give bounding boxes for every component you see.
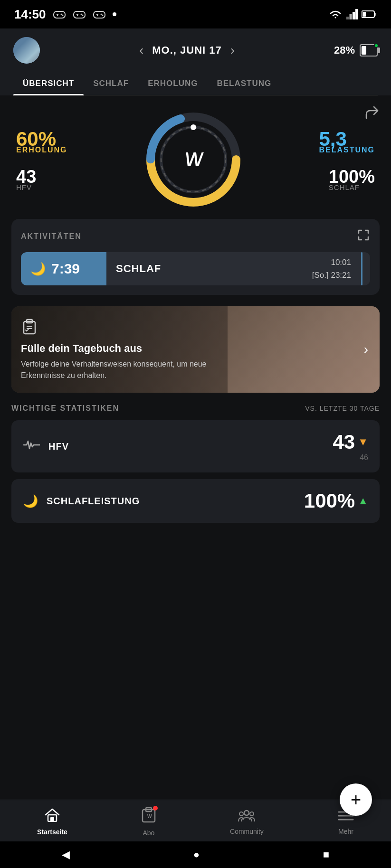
- svg-rect-0: [54, 11, 65, 18]
- gauge-center-text: \/\/: [185, 150, 201, 170]
- community-icon: [238, 808, 256, 825]
- activity-name: SCHLAF: [106, 263, 312, 275]
- bottom-padding: [11, 529, 380, 624]
- battery-icon: [362, 10, 377, 19]
- svg-rect-21: [362, 12, 366, 17]
- hfv-down-arrow-icon: ▼: [358, 436, 368, 448]
- schlaf-group: 100% SCHLAF: [329, 167, 375, 191]
- gamepad-icon-3: [93, 9, 106, 19]
- recents-button[interactable]: ■: [323, 849, 329, 861]
- gamepad-icon-1: [53, 9, 66, 19]
- nav-label-mehr: Mehr: [338, 828, 353, 835]
- svg-rect-15: [346, 17, 349, 19]
- battery-charging-dot: [374, 43, 379, 48]
- activities-title: AKTIVITÄTEN: [21, 232, 82, 241]
- schlaf-up-arrow-icon: ▲: [358, 495, 368, 507]
- schlaf-stat-value: 100%: [304, 490, 355, 512]
- gauge-section: 60% ERHOLUNG 43 HFV: [11, 95, 380, 219]
- svg-point-37: [244, 811, 249, 815]
- activities-header: AKTIVITÄTEN: [21, 228, 370, 245]
- svg-point-13: [100, 14, 102, 15]
- next-date-button[interactable]: ›: [230, 43, 235, 58]
- status-bar: 14:50: [0, 0, 391, 28]
- svg-point-39: [250, 812, 254, 816]
- main-content: 60% ERHOLUNG 43 HFV: [0, 95, 391, 624]
- avatar-image: [13, 37, 40, 64]
- home-icon: [44, 808, 60, 825]
- wifi-icon: [328, 9, 343, 19]
- activity-row[interactable]: 🌙 7:39 SCHLAF 10:01 [So.] 23:21: [21, 252, 370, 285]
- diary-content: Fülle dein Tagebuch aus Verfolge deine V…: [11, 306, 380, 393]
- hfv-stat-prev: 46: [333, 453, 369, 462]
- nav-item-startseite[interactable]: Startseite: [37, 808, 67, 836]
- gauge-circle: \/\/: [143, 110, 243, 209]
- device-battery-icon: [360, 44, 378, 57]
- hfv-stat-card[interactable]: HFV 43 ▼ 46: [11, 420, 380, 472]
- nav-item-abo[interactable]: W Abo: [142, 807, 156, 837]
- schlaf-stat-name: SCHLAFLEISTUNG: [47, 496, 140, 507]
- gauge-right: 5,3 BELASTUNG 100% SCHLAF: [319, 128, 375, 191]
- header-top: ‹ MO., JUNI 17 › 28%: [13, 37, 378, 64]
- hfv-stat-right: 43 ▼ 46: [333, 431, 369, 462]
- svg-rect-20: [374, 13, 376, 16]
- nav-tabs: ÜBERSICHT SCHLAF ERHOLUNG BELASTUNG: [13, 72, 378, 95]
- schlaf-stat-right: 100% ▲: [304, 490, 368, 512]
- activity-duration: 7:39: [51, 261, 80, 277]
- expand-activities-button[interactable]: [357, 228, 370, 245]
- svg-point-38: [239, 812, 243, 816]
- statistics-header: WICHTIGE STATISTIKEN VS. LETZTE 30 TAGE: [11, 404, 380, 413]
- fab-add-button[interactable]: +: [340, 783, 372, 816]
- hfv-stat-left: HFV: [23, 438, 69, 455]
- nav-label-community: Community: [230, 828, 264, 835]
- battery-info: 28%: [334, 44, 378, 57]
- battery-percentage: 28%: [334, 44, 355, 57]
- diary-chevron-right-icon: ›: [364, 342, 368, 357]
- status-time: 14:50: [14, 7, 46, 22]
- share-button[interactable]: [364, 105, 380, 123]
- date-nav: ‹ MO., JUNI 17 ›: [139, 43, 235, 58]
- back-button[interactable]: ◀: [62, 849, 70, 861]
- statistics-title: WICHTIGE STATISTIKEN: [11, 404, 119, 413]
- sleep-moon-icon: 🌙: [30, 262, 46, 276]
- activity-badge: 🌙 7:39: [21, 252, 106, 285]
- tab-belastung[interactable]: BELASTUNG: [207, 72, 281, 95]
- nav-item-community[interactable]: Community: [230, 808, 264, 835]
- diary-description: Verfolge deine Verhaltensweisen konseque…: [21, 359, 249, 381]
- nav-label-startseite: Startseite: [37, 828, 67, 836]
- svg-rect-5: [74, 11, 85, 18]
- diary-clipboard-icon: [21, 318, 370, 339]
- tab-schlaf[interactable]: SCHLAF: [84, 72, 138, 95]
- gamepad-icon-2: [73, 9, 86, 19]
- svg-point-4: [62, 15, 63, 16]
- hrv-icon: [23, 438, 40, 455]
- svg-point-8: [80, 14, 82, 15]
- hfv-stat-value: 43: [333, 431, 355, 453]
- diary-banner[interactable]: Fülle dein Tagebuch aus Verfolge deine V…: [11, 306, 380, 393]
- status-icons: [328, 9, 377, 19]
- statistics-period: VS. LETZTE 30 TAGE: [305, 405, 380, 412]
- home-button[interactable]: ●: [193, 849, 200, 861]
- svg-point-27: [191, 124, 196, 130]
- sleep-moon-stat-icon: 🌙: [23, 494, 38, 509]
- signal-icon: [346, 9, 358, 19]
- avatar[interactable]: [13, 37, 40, 64]
- svg-rect-17: [353, 12, 355, 19]
- battery-fill: [362, 46, 366, 55]
- current-date: MO., JUNI 17: [152, 44, 221, 57]
- prev-date-button[interactable]: ‹: [139, 43, 143, 58]
- clipboard-icon: W: [142, 807, 156, 826]
- gauge-left: 60% ERHOLUNG 43 HFV: [16, 128, 67, 191]
- activity-time1: 10:01: [312, 256, 351, 269]
- svg-marker-18: [355, 9, 358, 19]
- activity-time2: [So.] 23:21: [312, 269, 351, 282]
- schlafleistung-stat-card[interactable]: 🌙 SCHLAFLEISTUNG 100% ▲: [11, 479, 380, 523]
- tab-ubersicht[interactable]: ÜBERSICHT: [13, 72, 84, 95]
- header: ‹ MO., JUNI 17 › 28% ÜBERSICHT SCHLAF ER…: [0, 28, 391, 95]
- svg-point-3: [60, 14, 62, 15]
- svg-point-14: [102, 15, 103, 16]
- belastung-label: BELASTUNG: [319, 146, 375, 154]
- system-nav-bar: ◀ ● ■: [0, 841, 391, 868]
- tab-erholung[interactable]: ERHOLUNG: [138, 72, 207, 95]
- status-left: 14:50: [14, 7, 116, 22]
- svg-rect-16: [350, 14, 352, 19]
